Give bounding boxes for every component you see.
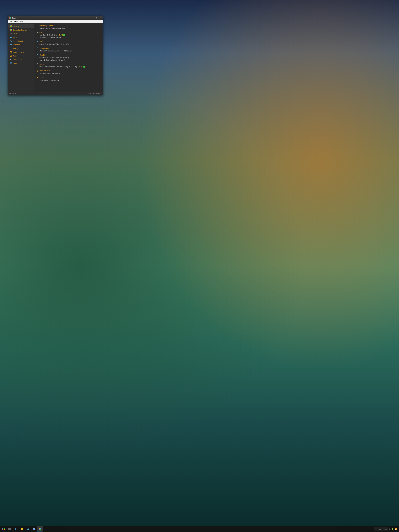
section-audio-title: Audio — [39, 76, 44, 78]
svg-point-28 — [11, 55, 11, 56]
sidebar-label-peripherals: Peripherals — [13, 59, 22, 61]
sidebar-item-storage[interactable]: Storage — [8, 47, 34, 50]
sidebar-item-peripherals[interactable]: Peripherals — [8, 58, 34, 61]
svg-rect-22 — [10, 44, 12, 44]
svg-rect-63 — [21, 528, 23, 530]
svg-rect-42 — [37, 41, 37, 41]
desktop: Speccy ─ ☐ ✕ File View Help — [0, 0, 399, 532]
chevron-icon[interactable]: ∧ — [389, 528, 391, 530]
window-title: Speccy — [12, 17, 91, 19]
version-text: v1.32.803 — [9, 93, 16, 94]
section-storage: Storage 59GB Hitachi HFS064G3AMNB-2200A … — [37, 63, 101, 68]
svg-rect-13 — [11, 33, 11, 34]
taskbar-files[interactable] — [19, 526, 25, 532]
taskbar-mail[interactable] — [31, 526, 37, 532]
svg-rect-1 — [10, 17, 11, 18]
svg-rect-21 — [10, 44, 12, 45]
sidebar: Summary Operating System — [8, 23, 34, 92]
section-ram-icon — [37, 41, 38, 43]
svg-rect-56 — [2, 528, 3, 529]
section-cpu-detail: Intel Core i3 @ 1.50GHz 58 °C Haswell UL… — [37, 34, 101, 39]
svg-rect-19 — [10, 40, 11, 41]
cpu-temp-value: 58 °C — [59, 34, 63, 36]
window-controls: ─ ☐ ✕ — [91, 17, 102, 19]
svg-point-53 — [37, 71, 38, 71]
mb-detail-1: Microsoft Corporation Surface Pro 3 (SOC… — [39, 50, 74, 52]
svg-rect-9 — [11, 29, 12, 30]
close-button[interactable]: ✕ — [98, 17, 102, 19]
section-ram-header: RAM — [37, 40, 101, 43]
sidebar-label-audio: Audio — [13, 55, 17, 57]
audio-detail-1: Realtek High Definition Audio — [39, 79, 60, 81]
sidebar-label-os: Operating System — [13, 29, 27, 31]
section-optical-detail: No optical disk drives detected — [37, 72, 101, 75]
menu-file[interactable]: File — [9, 20, 13, 23]
start-button[interactable] — [0, 526, 6, 532]
svg-rect-35 — [37, 25, 37, 25]
storage-detail-1: 59GB Hitachi HFS064G3AMNB-2200A (SATA (S… — [39, 66, 77, 68]
storage-temp-value: 31 °C — [79, 66, 83, 68]
svg-rect-7 — [11, 26, 12, 27]
taskbar-edge[interactable]: e — [13, 526, 19, 532]
section-storage-title: Storage — [39, 63, 45, 65]
os-detail-1: Майкрософт Windows 10 Pro 64-bit — [39, 27, 65, 29]
section-storage-header: Storage — [37, 63, 101, 65]
svg-rect-5 — [11, 25, 12, 26]
taskbar-speccy[interactable] — [37, 526, 43, 532]
section-mb-header: Motherboard — [37, 47, 101, 49]
sidebar-label-motherboard: Motherboard — [13, 40, 23, 42]
sidebar-item-audio[interactable]: Audio — [8, 54, 34, 58]
svg-rect-57 — [4, 528, 5, 529]
svg-rect-11 — [11, 30, 12, 31]
section-audio-icon — [37, 77, 38, 78]
taskbar: e — [0, 526, 399, 532]
taskbar-snip[interactable] — [6, 526, 13, 532]
section-gpu-icon — [37, 54, 38, 56]
section-ram-title: RAM — [39, 40, 43, 43]
sidebar-item-motherboard[interactable]: Motherboard — [8, 39, 34, 43]
sidebar-item-os[interactable]: Operating System — [8, 28, 34, 32]
sidebar-label-ram: RAM — [13, 36, 17, 38]
cpu-detail-1: Intel Core i3 @ 1.50GHz — [39, 34, 57, 36]
app-body: Summary Operating System — [8, 23, 103, 92]
section-cpu-title: CPU — [39, 32, 43, 33]
section-gpu-detail: Generic PnP Monitor (2160x1440@59Hz) Int… — [37, 57, 101, 61]
sidebar-item-network[interactable]: Network — [8, 61, 34, 65]
storage-icon — [10, 47, 12, 50]
section-graphics: Graphics Generic PnP Monitor (2160x1440@… — [37, 54, 101, 61]
section-cpu-icon — [37, 32, 38, 33]
svg-rect-10 — [10, 30, 11, 31]
wifi-icon: 📶 — [395, 528, 397, 530]
check-updates-link[interactable]: Check for updates... — [89, 93, 101, 94]
minimize-button[interactable]: ─ — [91, 17, 94, 19]
optical-icon — [10, 51, 12, 53]
section-audio: Audio Realtek High Definition Audio — [37, 76, 101, 81]
sidebar-item-optical[interactable]: Optical Drives — [8, 50, 34, 54]
sidebar-item-summary[interactable]: Summary — [8, 24, 34, 28]
svg-rect-59 — [4, 529, 5, 530]
svg-point-47 — [38, 48, 38, 49]
svg-rect-15 — [10, 37, 11, 37]
menu-bar: File View Help — [8, 20, 103, 23]
storage-temp: 31 °C — [79, 66, 85, 68]
sidebar-item-graphics[interactable]: Graphics — [8, 43, 34, 47]
svg-point-20 — [11, 41, 12, 42]
svg-point-24 — [11, 48, 11, 49]
svg-rect-43 — [37, 41, 38, 41]
section-os-icon — [37, 25, 38, 27]
sidebar-item-cpu[interactable]: CPU — [8, 32, 34, 36]
os-icon — [10, 29, 12, 31]
title-bar: Speccy ─ ☐ ✕ — [8, 16, 103, 20]
menu-view[interactable]: View — [13, 20, 19, 23]
menu-help[interactable]: Help — [19, 20, 24, 23]
sidebar-item-ram[interactable]: RAM — [8, 36, 34, 39]
gpu-detail-1: Generic PnP Monitor (2160x1440@59Hz) — [39, 57, 69, 59]
taskbar-store[interactable] — [25, 526, 31, 532]
svg-rect-3 — [10, 18, 11, 19]
svg-rect-58 — [2, 529, 3, 530]
sidebar-label-graphics: Graphics — [13, 44, 20, 46]
maximize-button[interactable]: ☐ — [95, 17, 98, 19]
audio-icon — [10, 55, 12, 57]
svg-rect-17 — [11, 37, 12, 37]
cpu-detail-2: Haswell ULT 22nm Technology — [39, 37, 61, 38]
